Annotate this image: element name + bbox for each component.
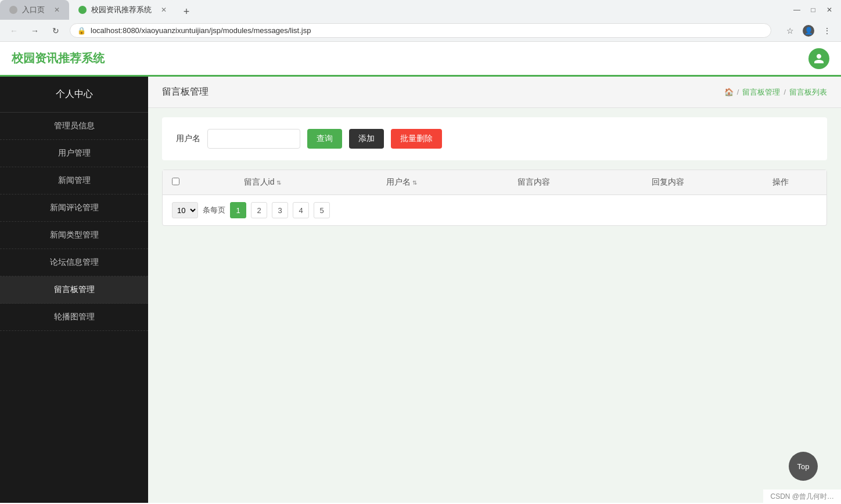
profile-button[interactable]: 👤 — [802, 24, 815, 38]
reload-button[interactable]: ↻ — [49, 24, 63, 38]
content-header: 留言板管理 🏠 / 留言板管理 / 留言板列表 — [148, 77, 841, 108]
table-header-content: 留言内容 — [467, 170, 601, 195]
sort-username-icon[interactable]: ⇅ — [412, 179, 417, 186]
query-button[interactable]: 查询 — [307, 129, 342, 149]
sidebar-item-user-management[interactable]: 用户管理 — [0, 140, 148, 167]
per-page-label: 条每页 — [203, 205, 225, 215]
more-button[interactable]: ⋮ — [820, 24, 834, 38]
breadcrumb-sep2: / — [784, 88, 786, 96]
page-5-button[interactable]: 5 — [314, 202, 330, 218]
tab2-favicon — [78, 6, 87, 14]
new-tab-button[interactable]: + — [178, 3, 195, 20]
sidebar-item-forum[interactable]: 论坛信息管理 — [0, 249, 148, 276]
tab-main[interactable]: 校园资讯推荐系统 ✕ — [69, 0, 176, 20]
win-controls: — □ ✕ — [790, 3, 841, 17]
table-header-row: 留言人id ⇅ 用户名 ⇅ 留言内容 回复内容 — [163, 170, 826, 195]
tab-bar: 入口页 ✕ 校园资讯推荐系统 ✕ + — □ ✕ — [0, 0, 841, 20]
content-area: 留言板管理 🏠 / 留言板管理 / 留言板列表 用户名 查询 添加 批量删除 — [148, 77, 841, 503]
page-4-button[interactable]: 4 — [293, 202, 309, 218]
sort-id-icon[interactable]: ⇅ — [276, 179, 281, 186]
sidebar-item-news-comments[interactable]: 新闻评论管理 — [0, 195, 148, 222]
content-title: 留言板管理 — [162, 86, 209, 98]
table-header-action: 操作 — [735, 170, 826, 195]
pagination-row-tr: 10 20 50 条每页 1 2 3 4 5 — [163, 195, 826, 226]
tab1-label: 入口页 — [22, 5, 45, 15]
url-text: localhost:8080/xiaoyuanzixuntuijian/jsp/… — [91, 26, 311, 35]
data-table: 留言人id ⇅ 用户名 ⇅ 留言内容 回复内容 — [163, 170, 826, 225]
page-3-button[interactable]: 3 — [272, 202, 288, 218]
url-bar[interactable]: 🔒 localhost:8080/xiaoyuanzixuntuijian/js… — [70, 23, 771, 38]
top-button-label: Top — [797, 462, 810, 471]
table-header-username: 用户名 ⇅ — [336, 170, 467, 195]
search-label: 用户名 — [176, 134, 200, 144]
breadcrumb-item2: 留言板列表 — [789, 87, 827, 98]
breadcrumb: 🏠 / 留言板管理 / 留言板列表 — [724, 87, 827, 98]
breadcrumb-sep1: / — [737, 88, 739, 96]
tab-bar-left: 入口页 ✕ 校园资讯推荐系统 ✕ + — [0, 0, 195, 20]
secure-icon: 🔒 — [77, 27, 86, 35]
pagination-cell: 10 20 50 条每页 1 2 3 4 5 — [163, 195, 826, 226]
sidebar-item-admin-info[interactable]: 管理员信息 — [0, 113, 148, 140]
app-header: 校园资讯推荐系统 — [0, 42, 841, 77]
table-body: 10 20 50 条每页 1 2 3 4 5 — [163, 195, 826, 226]
search-input[interactable] — [207, 129, 300, 149]
top-button[interactable]: Top — [789, 452, 818, 481]
bookmark-button[interactable]: ☆ — [783, 24, 797, 38]
win-close[interactable]: ✕ — [822, 3, 836, 17]
back-button[interactable]: ← — [7, 24, 21, 38]
per-page-select[interactable]: 10 20 50 — [172, 202, 198, 218]
bottom-hint: CSDN @曾几何时… — [763, 489, 841, 503]
pagination-controls: 10 20 50 条每页 1 2 3 4 5 — [163, 195, 826, 225]
tab1-favicon — [9, 6, 17, 14]
sidebar-header: 个人中心 — [0, 77, 148, 113]
table-container: 留言人id ⇅ 用户名 ⇅ 留言内容 回复内容 — [162, 170, 827, 226]
breadcrumb-home-icon[interactable]: 🏠 — [724, 88, 734, 96]
browser-chrome: 入口页 ✕ 校园资讯推荐系统 ✕ + — □ ✕ ← → ↻ 🔒 localho… — [0, 0, 841, 42]
win-minimize[interactable]: — — [790, 3, 804, 17]
sidebar-item-carousel[interactable]: 轮播图管理 — [0, 304, 148, 331]
batch-delete-button[interactable]: 批量删除 — [391, 129, 442, 149]
tab-entry[interactable]: 入口页 ✕ — [0, 0, 69, 20]
forward-button[interactable]: → — [28, 24, 42, 38]
app-title: 校园资讯推荐系统 — [12, 51, 105, 66]
table-header-checkbox — [163, 170, 189, 195]
page-2-button[interactable]: 2 — [251, 202, 267, 218]
search-bar: 用户名 查询 添加 批量删除 — [162, 117, 827, 160]
table-header-reply: 回复内容 — [601, 170, 735, 195]
page-1-button[interactable]: 1 — [230, 202, 246, 218]
address-bar: ← → ↻ 🔒 localhost:8080/xiaoyuanzixuntuij… — [0, 20, 841, 41]
main-layout: 个人中心 管理员信息 用户管理 新闻管理 新闻评论管理 新闻类型管理 论坛信息管… — [0, 77, 841, 503]
table-header-id: 留言人id ⇅ — [189, 170, 336, 195]
tab1-close[interactable]: ✕ — [54, 6, 60, 14]
breadcrumb-item1[interactable]: 留言板管理 — [742, 87, 780, 98]
user-avatar[interactable] — [808, 48, 829, 69]
add-button[interactable]: 添加 — [349, 129, 384, 149]
browser-actions: ☆ 👤 ⋮ — [783, 24, 834, 38]
sidebar-item-news-types[interactable]: 新闻类型管理 — [0, 222, 148, 249]
tab2-label: 校园资讯推荐系统 — [91, 5, 152, 15]
win-restore[interactable]: □ — [806, 3, 820, 17]
tab2-close[interactable]: ✕ — [161, 6, 167, 14]
sidebar: 个人中心 管理员信息 用户管理 新闻管理 新闻评论管理 新闻类型管理 论坛信息管… — [0, 77, 148, 503]
sidebar-item-messages[interactable]: 留言板管理 — [0, 276, 148, 304]
sidebar-item-news-management[interactable]: 新闻管理 — [0, 167, 148, 195]
select-all-checkbox[interactable] — [172, 178, 179, 185]
